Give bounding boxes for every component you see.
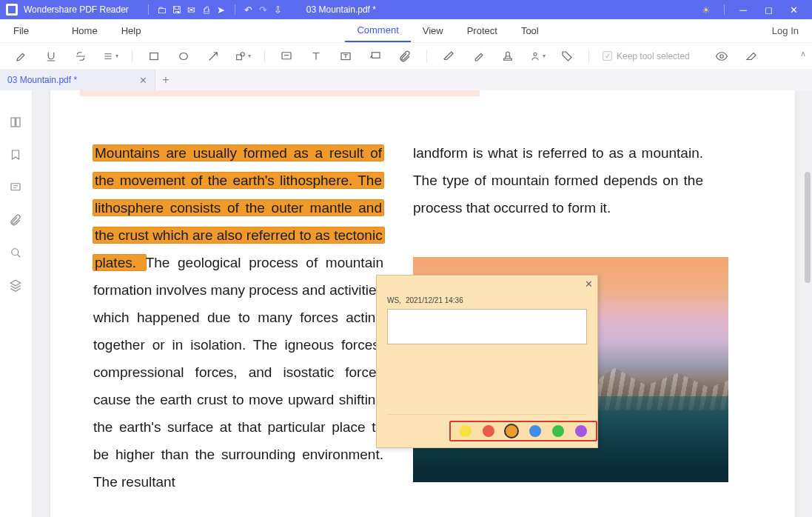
collapse-toolbar-icon[interactable]: ∧ xyxy=(800,49,806,59)
side-panel-rail xyxy=(0,90,33,517)
redo-icon[interactable]: ↷ xyxy=(256,4,271,16)
stamp-tool-icon[interactable] xyxy=(500,48,516,64)
title-bar: Wondershare PDF Reader 🗀 🖫 ✉ ⎙ ➤ ↶ ↷ ⇩ 0… xyxy=(0,0,812,19)
print-icon[interactable]: ⎙ xyxy=(199,4,214,16)
shape-tool-icon[interactable]: ▾ xyxy=(235,48,251,64)
menu-comment[interactable]: Comment xyxy=(345,19,410,42)
keep-tool-selected-checkbox[interactable]: ✓ Keep tool selected xyxy=(603,51,690,61)
add-tab-button[interactable]: + xyxy=(155,73,176,87)
close-window-button[interactable]: ✕ xyxy=(781,4,806,16)
svg-point-8 xyxy=(720,54,724,58)
highlight-tool-icon[interactable] xyxy=(13,48,30,64)
comment-toolbar: ▾ ▾ ▾ ✓ Keep tool selected ∧ xyxy=(0,43,812,70)
callout-tool-icon[interactable] xyxy=(367,48,383,64)
tab-strip: 03 Mountain.pdf * ✕ + xyxy=(0,70,812,90)
svg-rect-10 xyxy=(16,118,19,127)
color-swatch-red[interactable] xyxy=(483,425,494,437)
annotation-meta: WS, 2021/12/21 14:36 xyxy=(377,276,597,307)
comments-icon[interactable] xyxy=(9,181,24,196)
save-icon[interactable]: 🖫 xyxy=(170,4,184,16)
close-popup-icon[interactable]: ✕ xyxy=(585,278,593,290)
document-tab[interactable]: 03 Mountain.pdf * ✕ xyxy=(0,70,155,90)
attachments-icon[interactable] xyxy=(9,213,24,228)
text-column-1: Mountains are usually formed as a result… xyxy=(93,139,383,496)
menu-home[interactable]: Home xyxy=(60,19,110,42)
dropdown-icon[interactable]: ⇩ xyxy=(271,4,286,16)
document-title: 03 Mountain.pdf * xyxy=(306,4,376,15)
note-tool-icon[interactable] xyxy=(278,48,295,64)
close-tab-icon[interactable]: ✕ xyxy=(139,75,147,86)
body-text: The geological process of mountain forma… xyxy=(93,255,383,490)
menu-tool[interactable]: Tool xyxy=(509,19,551,42)
svg-point-7 xyxy=(534,53,537,56)
annotation-popup: ✕ WS, 2021/12/21 14:36 xyxy=(376,275,598,448)
page-decoration xyxy=(80,90,480,96)
open-file-icon[interactable]: 🗀 xyxy=(155,4,170,16)
keep-tool-label: Keep tool selected xyxy=(617,51,690,61)
layers-icon[interactable] xyxy=(9,278,24,293)
svg-rect-0 xyxy=(150,53,158,59)
annotation-author: WS, xyxy=(387,296,401,304)
clear-tool-icon[interactable] xyxy=(743,48,759,64)
theme-toggle-icon[interactable]: ☀ xyxy=(699,4,714,16)
text-tool-icon[interactable] xyxy=(308,48,324,64)
highlighted-text[interactable]: Mountains are usually formed as a result… xyxy=(93,145,384,270)
login-link[interactable]: Log In xyxy=(772,25,812,36)
annotation-note-input[interactable] xyxy=(387,309,587,344)
color-swatch-yellow[interactable] xyxy=(460,425,472,437)
svg-point-12 xyxy=(11,249,18,256)
eraser2-tool-icon[interactable] xyxy=(470,48,486,64)
svg-rect-9 xyxy=(11,118,15,127)
bookmarks-icon[interactable] xyxy=(9,148,24,163)
body-text-2: landform is what is referred to as a mou… xyxy=(413,139,703,221)
minimize-button[interactable]: ─ xyxy=(731,4,756,16)
maximize-button[interactable]: ◻ xyxy=(756,4,781,16)
menu-help[interactable]: Help xyxy=(110,19,153,42)
tab-label: 03 Mountain.pdf * xyxy=(7,75,77,85)
svg-rect-4 xyxy=(282,52,291,59)
menu-file[interactable]: File xyxy=(0,19,42,42)
signature-tool-icon[interactable]: ▾ xyxy=(529,48,546,64)
mail-icon[interactable]: ✉ xyxy=(184,4,199,16)
visibility-tool-icon[interactable] xyxy=(714,48,730,64)
vertical-scrollbar[interactable] xyxy=(805,172,811,283)
thumbnails-icon[interactable] xyxy=(9,116,24,130)
search-icon[interactable] xyxy=(9,246,24,261)
underline-tool-icon[interactable] xyxy=(43,48,59,64)
menu-protect[interactable]: Protect xyxy=(455,19,509,42)
arrow-tool-icon[interactable] xyxy=(205,48,221,64)
app-name: Wondershare PDF Reader xyxy=(24,4,129,15)
oval-tool-icon[interactable] xyxy=(175,48,192,64)
list-tool-icon[interactable]: ▾ xyxy=(102,48,118,64)
measure-tool-icon[interactable] xyxy=(559,48,575,64)
color-swatch-blue[interactable] xyxy=(529,425,541,437)
color-swatch-orange[interactable] xyxy=(506,425,517,437)
svg-rect-11 xyxy=(11,184,20,190)
color-swatch-purple[interactable] xyxy=(575,425,587,437)
rectangle-tool-icon[interactable] xyxy=(146,48,162,64)
share-icon[interactable]: ➤ xyxy=(214,4,229,16)
svg-point-3 xyxy=(241,52,244,56)
strikethrough-tool-icon[interactable] xyxy=(73,48,89,64)
svg-rect-6 xyxy=(372,52,380,58)
eraser-tool-icon[interactable] xyxy=(440,48,457,64)
annotation-timestamp: 2021/12/21 14:36 xyxy=(406,296,463,304)
color-swatch-green[interactable] xyxy=(552,425,564,437)
checkbox-icon: ✓ xyxy=(603,51,612,61)
menu-bar: File Home Help Comment View Protect Tool… xyxy=(0,19,812,43)
undo-icon[interactable]: ↶ xyxy=(241,4,256,16)
svg-point-1 xyxy=(180,53,188,59)
attachment-tool-icon[interactable] xyxy=(397,48,413,64)
app-logo xyxy=(6,4,18,16)
textbox-tool-icon[interactable] xyxy=(338,48,354,64)
highlight-color-picker xyxy=(449,421,597,441)
menu-view[interactable]: View xyxy=(411,19,455,42)
